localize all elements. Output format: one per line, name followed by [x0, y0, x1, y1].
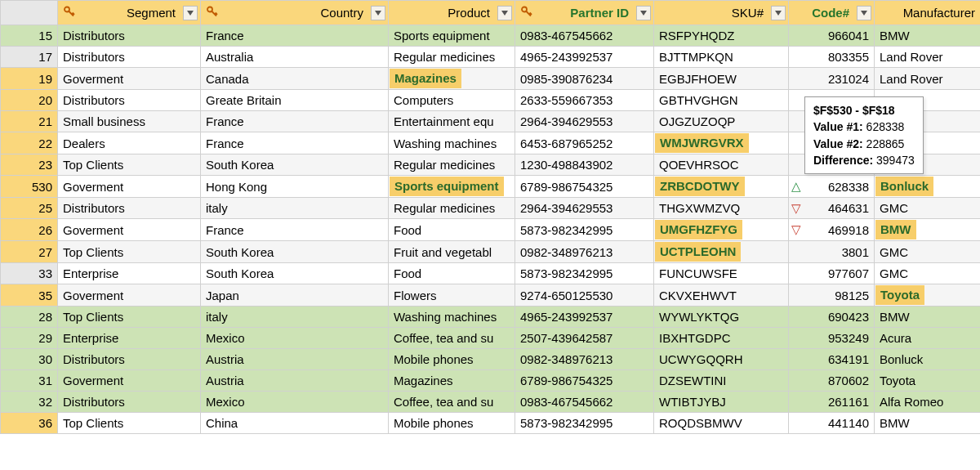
row-number[interactable]: 22: [1, 132, 58, 154]
cell-segment[interactable]: Distributors: [58, 47, 201, 68]
table-row[interactable]: 28Top ClientsitalyWashing machines4965-2…: [1, 307, 981, 328]
cell-manufacturer[interactable]: Bonluck: [875, 349, 981, 370]
cell-partner-id[interactable]: 0982-348976213: [515, 241, 654, 263]
cell-segment[interactable]: Distributors: [58, 25, 201, 47]
row-number[interactable]: 15: [1, 25, 58, 47]
header-manufacturer[interactable]: Manufacturer: [875, 1, 981, 25]
cell-country[interactable]: South Korea: [201, 241, 389, 263]
cell-partner-id[interactable]: 6789-986754325: [515, 370, 654, 392]
cell-country[interactable]: Hong Kong: [201, 176, 389, 198]
cell-product[interactable]: Magazines: [389, 370, 515, 392]
cell-segment[interactable]: Top Clients: [58, 413, 201, 434]
row-number[interactable]: 530: [1, 176, 58, 198]
cell-sku[interactable]: BJTTMPKQN: [654, 47, 789, 68]
cell-partner-id[interactable]: 0982-348976213: [515, 349, 654, 370]
row-number[interactable]: 33: [1, 263, 58, 284]
row-number[interactable]: 28: [1, 307, 58, 328]
cell-product[interactable]: Flowers: [389, 284, 515, 307]
row-number[interactable]: 36: [1, 413, 58, 434]
table-row[interactable]: 30DistributorsAustriaMobile phones0982-3…: [1, 349, 981, 370]
cell-segment[interactable]: Small business: [58, 111, 201, 132]
cell-partner-id[interactable]: 5873-982342995: [515, 263, 654, 284]
row-number[interactable]: 31: [1, 370, 58, 392]
cell-sku[interactable]: CKVXEHWVT: [654, 284, 789, 307]
cell-partner-id[interactable]: 4965-243992537: [515, 307, 654, 328]
cell-country[interactable]: France: [201, 25, 389, 47]
row-number[interactable]: 35: [1, 284, 58, 307]
cell-manufacturer[interactable]: BMW: [875, 219, 981, 241]
cell-code[interactable]: 803355: [789, 47, 875, 68]
row-number[interactable]: 21: [1, 111, 58, 132]
cell-segment[interactable]: Goverment: [58, 68, 201, 90]
cell-country[interactable]: France: [201, 132, 389, 154]
cell-country[interactable]: Greate Britain: [201, 90, 389, 111]
cell-sku[interactable]: OJGZUZOQP: [654, 111, 789, 132]
cell-manufacturer[interactable]: Acura: [875, 328, 981, 349]
cell-manufacturer[interactable]: GMC: [875, 241, 981, 263]
cell-country[interactable]: Japan: [201, 284, 389, 307]
cell-country[interactable]: Austria: [201, 349, 389, 370]
cell-sku[interactable]: GBTHVGHGN: [654, 90, 789, 111]
cell-country[interactable]: France: [201, 219, 389, 241]
cell-segment[interactable]: Distributors: [58, 349, 201, 370]
cell-manufacturer[interactable]: Toyota: [875, 284, 981, 307]
cell-sku[interactable]: IBXHTGDPC: [654, 328, 789, 349]
filter-dropdown-icon[interactable]: [183, 6, 198, 20]
table-row[interactable]: 19GovermentCanadaMagazines0985-390876234…: [1, 68, 981, 90]
row-number[interactable]: 27: [1, 241, 58, 263]
table-row[interactable]: 35GovermentJapanFlowers9274-650125530CKV…: [1, 284, 981, 307]
data-grid[interactable]: Segment Country Product: [0, 0, 980, 434]
cell-sku[interactable]: WYWLYKTQG: [654, 307, 789, 328]
row-number[interactable]: 29: [1, 328, 58, 349]
cell-code[interactable]: 3801: [789, 241, 875, 263]
row-number[interactable]: 26: [1, 219, 58, 241]
table-row[interactable]: 17DistributorsAustraliaRegular medicines…: [1, 47, 981, 68]
cell-manufacturer[interactable]: Land Rover: [875, 68, 981, 90]
cell-country[interactable]: Austria: [201, 370, 389, 392]
cell-partner-id[interactable]: 1230-498843902: [515, 154, 654, 176]
filter-dropdown-icon[interactable]: [636, 6, 651, 20]
filter-dropdown-icon[interactable]: [771, 6, 786, 20]
cell-country[interactable]: Australia: [201, 47, 389, 68]
cell-code[interactable]: 953249: [789, 328, 875, 349]
cell-code[interactable]: ▽469918: [789, 219, 875, 241]
table-row[interactable]: 31GovermentAustriaMagazines6789-98675432…: [1, 370, 981, 392]
cell-sku[interactable]: UCTPLEOHN: [654, 241, 789, 263]
cell-country[interactable]: italy: [201, 307, 389, 328]
cell-country[interactable]: Mexico: [201, 392, 389, 413]
cell-sku[interactable]: UMGFHZFYG: [654, 219, 789, 241]
cell-segment[interactable]: Goverment: [58, 176, 201, 198]
cell-code[interactable]: 690423: [789, 307, 875, 328]
cell-sku[interactable]: DZSEWTINI: [654, 370, 789, 392]
cell-product[interactable]: Fruit and vegetabl: [389, 241, 515, 263]
table-row[interactable]: 33EnterpriseSouth KoreaFood5873-98234299…: [1, 263, 981, 284]
cell-sku[interactable]: FUNCUWSFE: [654, 263, 789, 284]
header-sku[interactable]: SKU#: [654, 1, 789, 25]
cell-segment[interactable]: Goverment: [58, 370, 201, 392]
header-segment[interactable]: Segment: [58, 1, 201, 25]
cell-product[interactable]: Washing machines: [389, 307, 515, 328]
cell-country[interactable]: France: [201, 111, 389, 132]
row-number[interactable]: 17: [1, 47, 58, 68]
cell-code[interactable]: △628338: [789, 176, 875, 198]
cell-country[interactable]: Mexico: [201, 328, 389, 349]
cell-segment[interactable]: Top Clients: [58, 154, 201, 176]
cell-manufacturer[interactable]: BMW: [875, 413, 981, 434]
cell-segment[interactable]: Goverment: [58, 219, 201, 241]
row-number[interactable]: 30: [1, 349, 58, 370]
cell-segment[interactable]: Dealers: [58, 132, 201, 154]
cell-partner-id[interactable]: 4965-243992537: [515, 47, 654, 68]
table-row[interactable]: 530GovermentHong KongSports equipment678…: [1, 176, 981, 198]
cell-manufacturer[interactable]: BMW: [875, 25, 981, 47]
cell-segment[interactable]: Distributors: [58, 392, 201, 413]
cell-partner-id[interactable]: 5873-982342995: [515, 413, 654, 434]
filter-dropdown-icon[interactable]: [371, 6, 385, 20]
table-row[interactable]: 15DistributorsFranceSports equipment0983…: [1, 25, 981, 47]
filter-dropdown-icon[interactable]: [497, 6, 512, 20]
filter-dropdown-icon[interactable]: [857, 6, 871, 20]
table-row[interactable]: 36Top ClientsChinaMobile phones5873-9823…: [1, 413, 981, 434]
cell-partner-id[interactable]: 2964-394629553: [515, 198, 654, 219]
cell-partner-id[interactable]: 6453-687965252: [515, 132, 654, 154]
cell-segment[interactable]: Enterprise: [58, 263, 201, 284]
cell-product[interactable]: Regular medicines: [389, 154, 515, 176]
